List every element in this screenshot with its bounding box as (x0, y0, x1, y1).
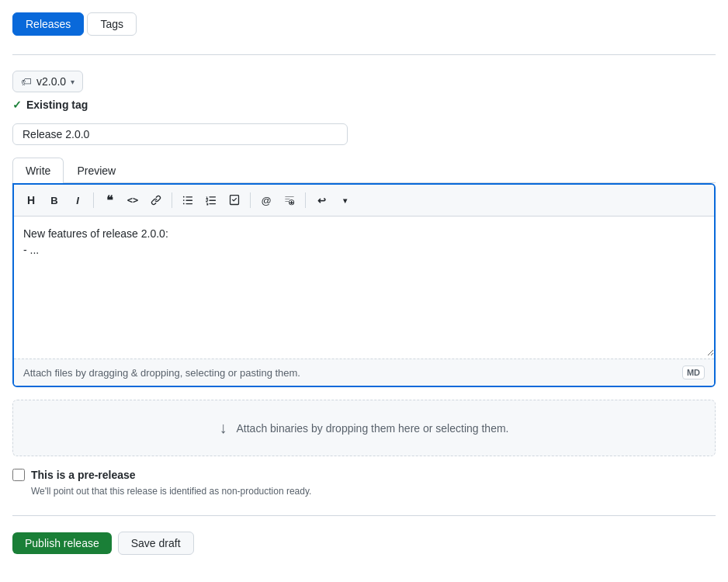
task-list-button[interactable] (224, 189, 245, 211)
editor-tabs: Write Preview (12, 158, 716, 183)
undo-button[interactable]: ↩ (310, 189, 332, 211)
tag-selector[interactable]: 🏷 v2.0.0 ▾ (12, 71, 83, 92)
attach-files-row: Attach files by dragging & dropping, sel… (14, 359, 714, 386)
pre-release-checkbox[interactable] (12, 469, 25, 481)
section-divider (12, 54, 716, 55)
italic-button[interactable]: I (67, 189, 88, 211)
pre-release-description: We'll point out that this release is ide… (31, 486, 716, 497)
toolbar-divider-4 (305, 192, 306, 208)
markdown-badge: MD (682, 365, 705, 379)
check-icon: ✓ (12, 99, 22, 111)
editor-toolbar: H B I ❝ <> @ ↩ (14, 185, 714, 217)
tag-icon: 🏷 (21, 75, 32, 88)
reference-button[interactable] (279, 189, 300, 211)
publish-release-button[interactable]: Publish release (12, 532, 112, 554)
pre-release-section: This is a pre-release We'll point out th… (12, 469, 716, 497)
code-button[interactable]: <> (122, 189, 144, 211)
release-title-input[interactable] (12, 123, 348, 145)
tabs-row: Releases Tags (12, 12, 716, 36)
toolbar-divider-2 (172, 192, 172, 208)
attach-files-text: Attach files by dragging & dropping, sel… (23, 367, 300, 379)
binaries-drop-zone[interactable]: ↓ Attach binaries by dropping them here … (12, 400, 716, 456)
pre-release-title: This is a pre-release (31, 469, 136, 481)
numbered-list-button[interactable] (200, 189, 222, 211)
quote-button[interactable]: ❝ (99, 189, 120, 211)
release-notes-textarea[interactable]: New features of release 2.0.0: - ... (14, 217, 714, 356)
download-icon: ↓ (220, 419, 227, 437)
tab-tags[interactable]: Tags (87, 12, 137, 36)
undo-more-button[interactable]: ▾ (334, 189, 355, 211)
save-draft-button[interactable]: Save draft (118, 532, 194, 555)
mention-button[interactable]: @ (255, 189, 277, 211)
link-button[interactable] (145, 189, 167, 211)
tab-write[interactable]: Write (12, 158, 64, 183)
footer-divider (12, 515, 716, 516)
toolbar-divider-3 (250, 192, 251, 208)
chevron-down-icon: ▾ (71, 78, 75, 86)
heading-button[interactable]: H (20, 189, 42, 211)
actions-row: Publish release Save draft (12, 532, 716, 555)
existing-tag-row: ✓ Existing tag (12, 99, 716, 111)
tab-preview[interactable]: Preview (64, 158, 129, 183)
editor-wrapper: H B I ❝ <> @ ↩ (12, 183, 716, 387)
tab-releases[interactable]: Releases (12, 12, 84, 36)
bold-button[interactable]: B (43, 189, 65, 211)
existing-tag-label: Existing tag (26, 99, 88, 111)
toolbar-divider-1 (93, 192, 94, 208)
pre-release-label[interactable]: This is a pre-release (12, 469, 716, 481)
bullet-list-button[interactable] (177, 189, 199, 211)
binaries-text: Attach binaries by dropping them here or… (237, 422, 509, 435)
tag-value: v2.0.0 (36, 75, 66, 88)
